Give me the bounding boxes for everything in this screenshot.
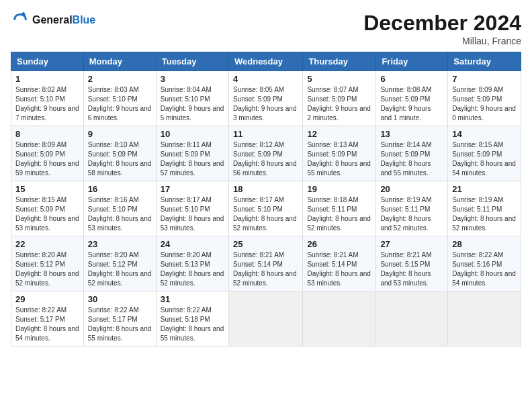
cell-sun-info: Sunrise: 8:19 AM Sunset: 5:11 PM Dayligh… [380, 195, 443, 233]
calendar-cell: 27Sunrise: 8:21 AM Sunset: 5:15 PM Dayli… [376, 236, 448, 291]
day-number: 18 [233, 184, 298, 194]
cell-sun-info: Sunrise: 8:15 AM Sunset: 5:09 PM Dayligh… [452, 140, 517, 178]
day-number: 10 [161, 129, 224, 139]
day-number: 31 [161, 294, 224, 304]
calendar-header-row: SundayMondayTuesdayWednesdayThursdayFrid… [11, 52, 521, 71]
day-number: 24 [161, 239, 224, 249]
cell-sun-info: Sunrise: 8:07 AM Sunset: 5:09 PM Dayligh… [307, 85, 371, 123]
cell-sun-info: Sunrise: 8:03 AM Sunset: 5:10 PM Dayligh… [88, 85, 152, 123]
logo-icon [11, 11, 30, 30]
calendar-cell: 8Sunrise: 8:09 AM Sunset: 5:09 PM Daylig… [11, 126, 84, 181]
calendar-table: SundayMondayTuesdayWednesdayThursdayFrid… [11, 52, 521, 347]
cell-sun-info: Sunrise: 8:22 AM Sunset: 5:17 PM Dayligh… [15, 306, 79, 343]
cell-sun-info: Sunrise: 8:16 AM Sunset: 5:10 PM Dayligh… [88, 195, 152, 233]
day-number: 30 [88, 294, 152, 304]
calendar-cell: 21Sunrise: 8:19 AM Sunset: 5:11 PM Dayli… [448, 181, 521, 236]
day-number: 29 [15, 294, 79, 304]
location: Millau, France [363, 36, 521, 46]
column-header-sunday: Sunday [11, 52, 84, 71]
day-number: 22 [15, 239, 79, 249]
cell-sun-info: Sunrise: 8:17 AM Sunset: 5:10 PM Dayligh… [233, 195, 298, 233]
cell-sun-info: Sunrise: 8:19 AM Sunset: 5:11 PM Dayligh… [452, 195, 517, 233]
calendar-cell: 17Sunrise: 8:17 AM Sunset: 5:10 PM Dayli… [156, 181, 228, 236]
calendar-cell [228, 291, 302, 347]
column-header-monday: Monday [83, 52, 156, 71]
calendar-cell: 9Sunrise: 8:10 AM Sunset: 5:09 PM Daylig… [83, 126, 156, 181]
calendar-cell: 1Sunrise: 8:02 AM Sunset: 5:10 PM Daylig… [11, 71, 84, 126]
calendar-cell: 26Sunrise: 8:21 AM Sunset: 5:14 PM Dayli… [303, 236, 376, 291]
column-header-tuesday: Tuesday [156, 52, 228, 71]
day-number: 23 [88, 239, 152, 249]
cell-sun-info: Sunrise: 8:22 AM Sunset: 5:16 PM Dayligh… [452, 250, 517, 288]
calendar-cell: 25Sunrise: 8:21 AM Sunset: 5:14 PM Dayli… [228, 236, 302, 291]
calendar-cell: 15Sunrise: 8:15 AM Sunset: 5:09 PM Dayli… [11, 181, 84, 236]
cell-sun-info: Sunrise: 8:20 AM Sunset: 5:12 PM Dayligh… [88, 250, 152, 288]
calendar-cell: 31Sunrise: 8:22 AM Sunset: 5:18 PM Dayli… [156, 291, 228, 347]
cell-sun-info: Sunrise: 8:11 AM Sunset: 5:09 PM Dayligh… [161, 140, 224, 178]
calendar-cell: 11Sunrise: 8:12 AM Sunset: 5:09 PM Dayli… [228, 126, 302, 181]
cell-sun-info: Sunrise: 8:08 AM Sunset: 5:09 PM Dayligh… [380, 85, 443, 123]
calendar-cell: 14Sunrise: 8:15 AM Sunset: 5:09 PM Dayli… [448, 126, 521, 181]
day-number: 17 [161, 184, 224, 194]
day-number: 15 [15, 184, 79, 194]
day-number: 4 [233, 74, 298, 84]
day-number: 9 [88, 129, 152, 139]
calendar-cell [448, 291, 521, 347]
day-number: 13 [380, 129, 443, 139]
cell-sun-info: Sunrise: 8:09 AM Sunset: 5:09 PM Dayligh… [15, 140, 79, 178]
cell-sun-info: Sunrise: 8:10 AM Sunset: 5:09 PM Dayligh… [88, 140, 152, 178]
calendar-cell: 22Sunrise: 8:20 AM Sunset: 5:12 PM Dayli… [11, 236, 84, 291]
calendar-week-1: 1Sunrise: 8:02 AM Sunset: 5:10 PM Daylig… [11, 71, 521, 126]
cell-sun-info: Sunrise: 8:09 AM Sunset: 5:09 PM Dayligh… [452, 85, 517, 123]
calendar-cell: 5Sunrise: 8:07 AM Sunset: 5:09 PM Daylig… [303, 71, 376, 126]
cell-sun-info: Sunrise: 8:20 AM Sunset: 5:13 PM Dayligh… [161, 250, 224, 288]
calendar-week-3: 15Sunrise: 8:15 AM Sunset: 5:09 PM Dayli… [11, 181, 521, 236]
day-number: 1 [15, 74, 79, 84]
cell-sun-info: Sunrise: 8:21 AM Sunset: 5:15 PM Dayligh… [380, 250, 443, 288]
day-number: 5 [307, 74, 371, 84]
calendar-cell: 29Sunrise: 8:22 AM Sunset: 5:17 PM Dayli… [11, 291, 84, 347]
day-number: 7 [452, 74, 517, 84]
day-number: 14 [452, 129, 517, 139]
cell-sun-info: Sunrise: 8:20 AM Sunset: 5:12 PM Dayligh… [15, 250, 79, 288]
cell-sun-info: Sunrise: 8:15 AM Sunset: 5:09 PM Dayligh… [15, 195, 79, 233]
day-number: 12 [307, 129, 371, 139]
calendar-cell: 20Sunrise: 8:19 AM Sunset: 5:11 PM Dayli… [376, 181, 448, 236]
logo-text: GeneralBlue [32, 13, 95, 26]
calendar-cell: 2Sunrise: 8:03 AM Sunset: 5:10 PM Daylig… [83, 71, 156, 126]
day-number: 2 [88, 74, 152, 84]
calendar-week-2: 8Sunrise: 8:09 AM Sunset: 5:09 PM Daylig… [11, 126, 521, 181]
calendar-cell: 13Sunrise: 8:14 AM Sunset: 5:09 PM Dayli… [376, 126, 448, 181]
day-number: 26 [307, 239, 371, 249]
cell-sun-info: Sunrise: 8:22 AM Sunset: 5:18 PM Dayligh… [161, 306, 224, 343]
day-number: 6 [380, 74, 443, 84]
calendar-cell: 4Sunrise: 8:05 AM Sunset: 5:09 PM Daylig… [228, 71, 302, 126]
calendar-cell: 16Sunrise: 8:16 AM Sunset: 5:10 PM Dayli… [83, 181, 156, 236]
cell-sun-info: Sunrise: 8:21 AM Sunset: 5:14 PM Dayligh… [307, 250, 371, 288]
day-number: 8 [15, 129, 79, 139]
calendar-cell: 12Sunrise: 8:13 AM Sunset: 5:09 PM Dayli… [303, 126, 376, 181]
logo: GeneralBlue [11, 11, 95, 30]
cell-sun-info: Sunrise: 8:18 AM Sunset: 5:11 PM Dayligh… [307, 195, 371, 233]
day-number: 27 [380, 239, 443, 249]
day-number: 19 [307, 184, 371, 194]
day-number: 16 [88, 184, 152, 194]
calendar-cell [376, 291, 448, 347]
calendar-cell: 23Sunrise: 8:20 AM Sunset: 5:12 PM Dayli… [83, 236, 156, 291]
day-number: 20 [380, 184, 443, 194]
calendar-cell: 24Sunrise: 8:20 AM Sunset: 5:13 PM Dayli… [156, 236, 228, 291]
column-header-thursday: Thursday [303, 52, 376, 71]
calendar-cell: 19Sunrise: 8:18 AM Sunset: 5:11 PM Dayli… [303, 181, 376, 236]
column-header-friday: Friday [376, 52, 448, 71]
page-header: GeneralBlue December 2024 Millau, France [11, 11, 521, 46]
calendar-cell: 30Sunrise: 8:22 AM Sunset: 5:17 PM Dayli… [83, 291, 156, 347]
cell-sun-info: Sunrise: 8:05 AM Sunset: 5:09 PM Dayligh… [233, 85, 298, 123]
calendar-cell: 18Sunrise: 8:17 AM Sunset: 5:10 PM Dayli… [228, 181, 302, 236]
calendar-cell: 10Sunrise: 8:11 AM Sunset: 5:09 PM Dayli… [156, 126, 228, 181]
calendar-cell: 28Sunrise: 8:22 AM Sunset: 5:16 PM Dayli… [448, 236, 521, 291]
day-number: 25 [233, 239, 298, 249]
cell-sun-info: Sunrise: 8:14 AM Sunset: 5:09 PM Dayligh… [380, 140, 443, 178]
title-area: December 2024 Millau, France [363, 11, 521, 46]
cell-sun-info: Sunrise: 8:13 AM Sunset: 5:09 PM Dayligh… [307, 140, 371, 178]
column-header-saturday: Saturday [448, 52, 521, 71]
